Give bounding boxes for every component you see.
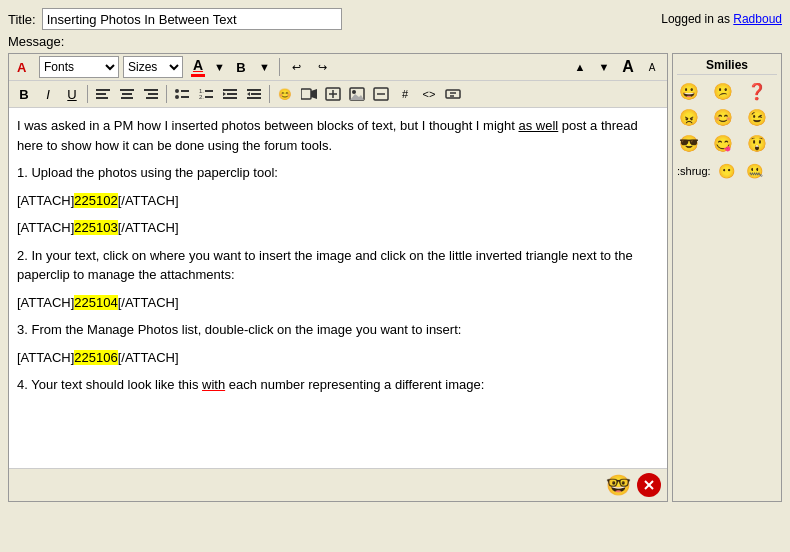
login-info: Logged in as Radboud bbox=[661, 12, 782, 26]
svg-rect-23 bbox=[251, 93, 261, 95]
svg-rect-11 bbox=[181, 90, 189, 92]
bold-dropdown-btn[interactable]: B bbox=[230, 56, 252, 78]
svg-rect-19 bbox=[227, 93, 237, 95]
svg-rect-5 bbox=[122, 93, 132, 95]
divider1 bbox=[279, 58, 280, 76]
attach1-pre: [ATTACH] bbox=[17, 193, 74, 208]
login-user-link[interactable]: Radboud bbox=[733, 12, 782, 26]
font-color-a: A bbox=[193, 57, 203, 73]
svg-point-32 bbox=[352, 90, 356, 94]
hash-btn[interactable]: # bbox=[394, 83, 416, 105]
step3: 3. From the Manage Photos list, double-c… bbox=[17, 320, 659, 340]
font-color-btn[interactable]: A bbox=[187, 56, 209, 78]
footer-red-btn[interactable] bbox=[637, 473, 661, 497]
toolbar-row2: B I U bbox=[9, 81, 667, 108]
svg-point-10 bbox=[175, 89, 179, 93]
smiley-2[interactable]: 😕 bbox=[711, 79, 735, 103]
smiley-5[interactable]: 😊 bbox=[711, 105, 735, 129]
footer-smiley[interactable]: 🤓 bbox=[606, 473, 631, 497]
svg-rect-4 bbox=[120, 89, 134, 91]
content-area[interactable]: I was asked in a PM how I inserted photo… bbox=[9, 108, 667, 468]
smiley-btn[interactable]: 😊 bbox=[274, 83, 296, 105]
svg-rect-24 bbox=[247, 97, 261, 99]
svg-rect-1 bbox=[96, 89, 110, 91]
editor-container: A Fonts Sizes A ▼ B bbox=[8, 53, 782, 502]
bold-dropdown-arrow[interactable]: ▼ bbox=[256, 56, 273, 78]
title-label: Title: bbox=[8, 12, 36, 27]
video-btn[interactable] bbox=[298, 83, 320, 105]
smilies-grid: 😀 😕 ❓ 😠 😊 😉 😎 😋 😲 bbox=[677, 79, 777, 155]
smiley-9[interactable]: 😲 bbox=[745, 131, 769, 155]
svg-rect-20 bbox=[223, 97, 237, 99]
smiley-3[interactable]: ❓ bbox=[745, 79, 769, 103]
svg-rect-18 bbox=[223, 89, 237, 91]
step4-underline: with bbox=[202, 377, 225, 392]
code-btn[interactable]: <> bbox=[418, 83, 440, 105]
attach2-line: [ATTACH]225103[/ATTACH] bbox=[17, 218, 659, 238]
font-icon-btn[interactable]: A bbox=[13, 56, 35, 78]
toolbar-row1: A Fonts Sizes A ▼ B bbox=[9, 54, 667, 81]
resize-down-btn[interactable]: ▼ bbox=[593, 56, 615, 78]
title-input[interactable] bbox=[42, 8, 342, 30]
bold-btn[interactable]: B bbox=[13, 83, 35, 105]
outdent-btn[interactable] bbox=[243, 83, 265, 105]
ordered-list-icon: 1. 2. bbox=[199, 87, 213, 101]
italic-btn[interactable]: I bbox=[37, 83, 59, 105]
step4-pre: 4. Your text should look like this bbox=[17, 377, 202, 392]
divider3 bbox=[166, 85, 167, 103]
align-center-btn[interactable] bbox=[116, 83, 138, 105]
svg-marker-33 bbox=[350, 94, 364, 100]
shrug-row: :shrug: 😶 🤐 bbox=[677, 159, 777, 183]
link-icon bbox=[373, 87, 389, 101]
link-btn[interactable] bbox=[370, 83, 392, 105]
align-left-btn[interactable] bbox=[92, 83, 114, 105]
smiley-shrug1[interactable]: 😶 bbox=[715, 159, 739, 183]
attach-btn[interactable] bbox=[322, 83, 344, 105]
smiley-4[interactable]: 😠 bbox=[677, 105, 701, 129]
font-color-dropdown[interactable]: ▼ bbox=[213, 56, 226, 78]
smiley-shrug2[interactable]: 🤐 bbox=[743, 159, 767, 183]
align-right-btn[interactable] bbox=[140, 83, 162, 105]
attach2-post: [/ATTACH] bbox=[118, 220, 179, 235]
attach4-id: 225106 bbox=[74, 350, 117, 365]
svg-rect-22 bbox=[247, 89, 261, 91]
unordered-list-icon bbox=[175, 87, 189, 101]
smiley-6[interactable]: 😉 bbox=[745, 105, 769, 129]
video-icon bbox=[301, 87, 317, 101]
page-wrapper: Title: Logged in as Radboud Message: A bbox=[0, 0, 790, 552]
svg-rect-3 bbox=[96, 97, 108, 99]
smilies-title: Smilies bbox=[677, 58, 777, 75]
indent-btn[interactable] bbox=[219, 83, 241, 105]
underline-btn[interactable]: U bbox=[61, 83, 83, 105]
fonts-select[interactable]: Fonts bbox=[39, 56, 119, 78]
attach3-post: [/ATTACH] bbox=[118, 295, 179, 310]
image-btn[interactable] bbox=[346, 83, 368, 105]
svg-rect-17 bbox=[205, 96, 213, 98]
font-size-large-btn[interactable]: A bbox=[617, 56, 639, 78]
svg-rect-8 bbox=[148, 93, 158, 95]
attach1-id: 225102 bbox=[74, 193, 117, 208]
editor-footer: 🤓 bbox=[9, 468, 667, 501]
more-btn[interactable] bbox=[442, 83, 464, 105]
attach3-pre: [ATTACH] bbox=[17, 295, 74, 310]
paragraph1: I was asked in a PM how I inserted photo… bbox=[17, 116, 659, 155]
smiley-7[interactable]: 😎 bbox=[677, 131, 701, 155]
redo-btn[interactable]: ↪ bbox=[312, 56, 334, 78]
sizes-select[interactable]: Sizes bbox=[123, 56, 183, 78]
smiley-1[interactable]: 😀 bbox=[677, 79, 701, 103]
smiley-8[interactable]: 😋 bbox=[711, 131, 735, 155]
undo-btn[interactable]: ↩ bbox=[286, 56, 308, 78]
svg-rect-9 bbox=[146, 97, 158, 99]
resize-up-btn[interactable]: ▲ bbox=[569, 56, 591, 78]
ordered-list-btn[interactable]: 1. 2. bbox=[195, 83, 217, 105]
svg-marker-21 bbox=[223, 92, 226, 96]
title-section: Title: bbox=[8, 8, 342, 30]
unordered-list-btn[interactable] bbox=[171, 83, 193, 105]
divider4 bbox=[269, 85, 270, 103]
close-icon bbox=[643, 479, 655, 491]
font-size-small-btn[interactable]: A bbox=[641, 56, 663, 78]
svg-text:2.: 2. bbox=[199, 94, 204, 100]
align-center-icon bbox=[120, 87, 134, 101]
step4-post: each number representing a different ima… bbox=[225, 377, 484, 392]
step2: 2. In your text, click on where you want… bbox=[17, 246, 659, 285]
